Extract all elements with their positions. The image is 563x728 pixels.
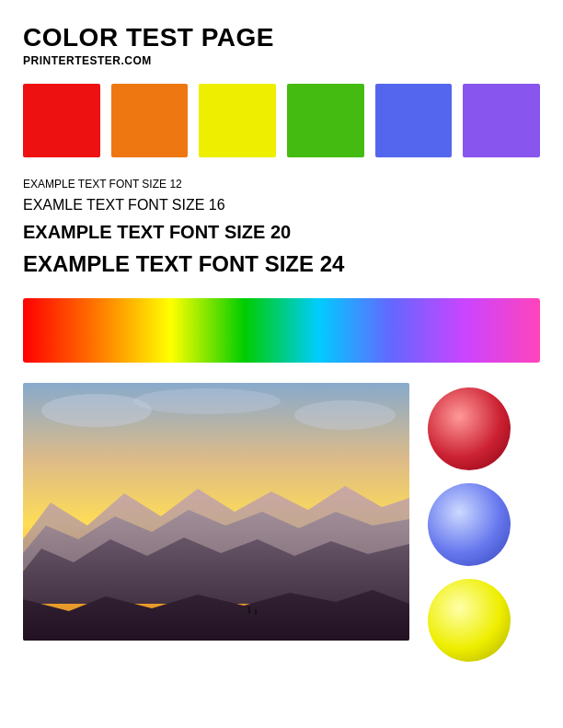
svg-point-2 [133,388,281,414]
swatch-green [287,84,364,157]
sphere-blue [428,483,511,566]
svg-point-3 [294,400,396,430]
color-swatches-row [23,84,540,157]
swatch-yellow [199,84,276,157]
swatch-purple [463,84,540,157]
svg-rect-8 [248,607,250,614]
swatch-blue [375,84,453,157]
page-subtitle: PRINTERTESTER.COM [23,54,540,67]
landscape-photo [23,383,409,641]
text-sample-20: EXAMPLE TEXT FONT SIZE 20 [23,217,540,247]
sphere-yellow [428,579,511,662]
rainbow-gradient-bar [23,298,540,363]
bottom-section [23,383,540,662]
page-title: COLOR TEST PAGE [23,23,540,52]
text-sample-24: EXAMPLE TEXT FONT SIZE 24 [23,247,540,282]
text-sample-12: EXAMPLE TEXT FONT SIZE 12 [23,176,540,193]
spheres-column [428,383,511,662]
text-sample-16: EXAMLE TEXT FONT SIZE 16 [23,193,540,217]
swatch-red [23,84,100,157]
text-samples-block: EXAMPLE TEXT FONT SIZE 12 EXAMLE TEXT FO… [23,176,540,282]
svg-rect-9 [255,609,257,615]
swatch-orange [111,84,189,157]
sphere-red [428,387,511,470]
